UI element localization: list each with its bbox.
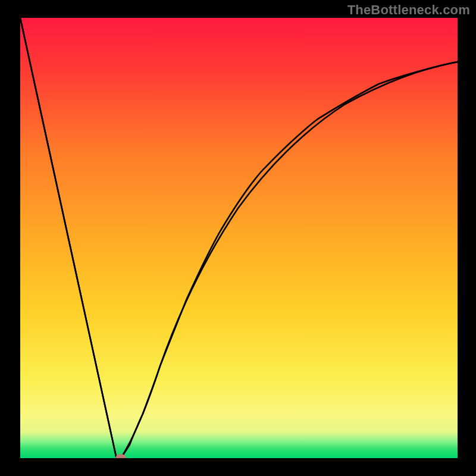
outer-right <box>458 0 476 476</box>
bottleneck-chart <box>0 0 476 476</box>
outer-left <box>0 0 20 476</box>
chart-container: TheBottleneck.com <box>0 0 476 476</box>
plot-background <box>20 18 458 458</box>
outer-bottom <box>0 458 476 476</box>
watermark-text: TheBottleneck.com <box>347 2 470 18</box>
